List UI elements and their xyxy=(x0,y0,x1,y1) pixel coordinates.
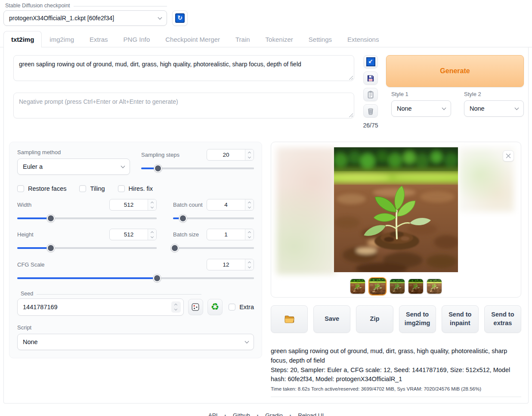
top-bar: Stable Diffusion checkpoint protogenX34O… xyxy=(0,0,532,26)
slider-handle[interactable] xyxy=(179,214,187,222)
seed-stepper[interactable] xyxy=(171,301,181,313)
slider-handle[interactable] xyxy=(47,244,55,252)
slider-handle[interactable] xyxy=(171,244,179,252)
seed-group: Seed xyxy=(17,291,254,316)
batch-size-numbox xyxy=(207,229,254,240)
send-to-inpaint-button[interactable]: Send to inpaint xyxy=(442,305,479,333)
batch-size-label: Batch size xyxy=(173,231,199,238)
tab-extensions[interactable]: Extensions xyxy=(340,31,387,47)
width-slider[interactable] xyxy=(17,214,157,222)
restore-faces-checkbox[interactable]: Restore faces xyxy=(17,185,66,192)
sampling-steps-input[interactable] xyxy=(207,149,245,160)
width-numbox xyxy=(109,199,157,211)
open-folder-button[interactable] xyxy=(271,305,308,333)
seed-input[interactable] xyxy=(18,299,171,315)
footer-link-api[interactable]: API xyxy=(208,412,218,416)
tab-settings[interactable]: Settings xyxy=(301,31,340,47)
tiling-checkbox[interactable]: Tiling xyxy=(79,185,105,192)
batch-size-slider[interactable] xyxy=(173,244,254,252)
cfg-scale-slider[interactable] xyxy=(17,274,254,282)
footer-link-github[interactable]: Github xyxy=(233,412,250,416)
sampling-steps-slider[interactable] xyxy=(141,165,254,172)
prompt-input[interactable]: green sapling rowing out of ground, mud,… xyxy=(13,55,354,81)
dimensions-right: Batch count Batch size xyxy=(173,199,254,252)
send-to-img2img-button[interactable]: Send to img2img xyxy=(399,305,436,333)
apply-style-button[interactable] xyxy=(363,88,378,101)
paste-params-button[interactable]: ↙ xyxy=(363,55,378,68)
sampling-steps-stepper[interactable] xyxy=(245,149,254,160)
script-select[interactable]: None xyxy=(17,334,254,350)
tab-extras[interactable]: Extras xyxy=(82,31,116,47)
dimensions-grid: Width Height xyxy=(17,199,254,252)
tab-png-info[interactable]: PNG Info xyxy=(116,31,158,47)
hires-fix-checkbox[interactable]: Hires. fix xyxy=(118,185,153,192)
batch-count-stepper[interactable] xyxy=(245,199,254,210)
save-button[interactable]: Save xyxy=(313,305,350,333)
footer: API • Github • Gradio • Reload UI python… xyxy=(0,412,532,416)
separator-dot: • xyxy=(257,413,259,416)
extra-seed-checkbox[interactable]: Extra xyxy=(229,304,254,310)
slider-handle[interactable] xyxy=(154,165,162,172)
slider-handle[interactable] xyxy=(47,214,55,222)
gallery-thumbnail-2-selected[interactable] xyxy=(368,277,387,295)
height-input[interactable] xyxy=(110,229,148,240)
prompt-column: green sapling rowing out of ground, mud,… xyxy=(13,55,354,129)
tab-checkpoint-merger[interactable]: Checkpoint Merger xyxy=(158,31,228,47)
tab-tokenizer[interactable]: Tokenizer xyxy=(258,31,301,47)
checkbox-box xyxy=(229,304,235,310)
width-input[interactable] xyxy=(110,199,148,210)
generate-button[interactable]: Generate xyxy=(386,55,524,87)
batch-size-stepper[interactable] xyxy=(245,229,254,240)
tab-txt2img[interactable]: txt2img xyxy=(3,31,42,47)
sampling-method-group: Sampling method Euler a xyxy=(17,149,130,175)
batch-size-group: Batch size xyxy=(173,229,254,252)
slider-handle[interactable] xyxy=(153,274,161,282)
clear-prompt-button[interactable] xyxy=(363,104,378,118)
save-style-button[interactable] xyxy=(363,71,378,85)
generation-info-prompt: green sapling rowing out of ground, mud,… xyxy=(271,347,521,366)
gallery-thumbnail-4[interactable] xyxy=(408,279,424,294)
checkpoint-select[interactable]: protogenX34OfficialR_1.ckpt [60fe2f34] xyxy=(3,10,167,26)
trash-icon xyxy=(366,107,375,115)
footer-link-reload-ui[interactable]: Reload UI xyxy=(298,412,324,416)
batch-size-input[interactable] xyxy=(207,229,245,240)
style2-label: Style 2 xyxy=(464,91,524,97)
checkpoint-label: Stable Diffusion checkpoint xyxy=(5,3,70,9)
content-row: Sampling method Euler a Sampling steps xyxy=(4,142,528,397)
reuse-seed-button[interactable]: ♻ xyxy=(207,299,223,315)
chevron-down-icon xyxy=(442,106,446,110)
tab-img2img[interactable]: img2img xyxy=(42,31,82,47)
cfg-scale-numbox xyxy=(207,259,254,270)
refresh-checkpoints-button[interactable]: ↻ xyxy=(172,10,188,26)
footer-link-gradio[interactable]: Gradio xyxy=(265,412,283,416)
checkbox-box xyxy=(118,185,125,192)
generated-image[interactable] xyxy=(334,147,458,272)
dice-icon xyxy=(191,302,200,312)
height-stepper[interactable] xyxy=(148,229,156,240)
negative-prompt-input[interactable] xyxy=(13,93,354,118)
batch-count-input[interactable] xyxy=(207,199,245,210)
zip-button[interactable]: Zip xyxy=(356,305,393,333)
cfg-scale-input[interactable] xyxy=(207,259,245,270)
height-slider[interactable] xyxy=(17,244,157,252)
seed-label-row: Seed xyxy=(21,291,201,297)
close-gallery-button[interactable] xyxy=(503,150,514,161)
send-to-extras-button[interactable]: Send to extras xyxy=(484,305,521,333)
tab-train[interactable]: Train xyxy=(228,31,258,47)
gallery-thumbnails xyxy=(271,277,521,295)
prompt-row: green sapling rowing out of ground, mud,… xyxy=(4,55,528,129)
gallery-thumbnail-5[interactable] xyxy=(427,279,442,294)
sampling-method-select[interactable]: Euler a xyxy=(17,158,130,175)
style1-select[interactable]: None xyxy=(391,100,451,117)
width-group: Width xyxy=(17,199,157,222)
style2-select[interactable]: None xyxy=(464,100,524,117)
gallery-thumbnail-3[interactable] xyxy=(390,279,405,294)
gallery-thumbnail-1[interactable] xyxy=(350,279,365,294)
cfg-scale-stepper[interactable] xyxy=(245,259,254,270)
feature-checkboxes: Restore faces Tiling Hires. fix xyxy=(17,185,254,192)
generation-info: green sapling rowing out of ground, mud,… xyxy=(271,347,521,397)
batch-count-slider[interactable] xyxy=(173,214,254,222)
random-seed-button[interactable] xyxy=(188,299,203,315)
script-label: Script xyxy=(17,324,254,331)
width-stepper[interactable] xyxy=(148,199,156,210)
